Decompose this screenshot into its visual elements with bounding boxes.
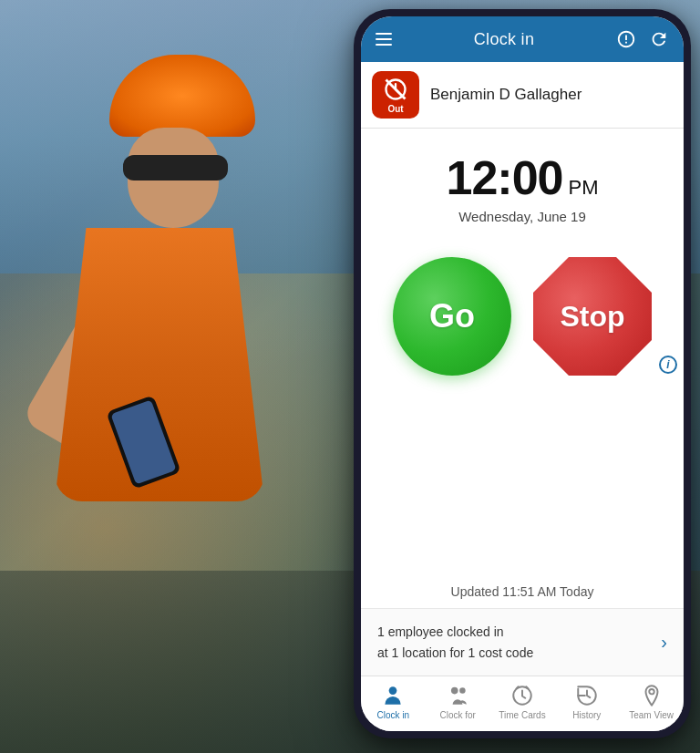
out-label: Out	[387, 104, 403, 114]
profile-row: Out Benjamin D Gallagher	[361, 62, 684, 129]
top-bar: Clock in	[361, 16, 684, 62]
nav-item-team-view[interactable]: Team View	[624, 684, 679, 720]
nav-item-clock-for[interactable]: Clock for	[430, 684, 485, 720]
action-buttons: Go Stop i	[361, 239, 684, 394]
group-icon	[446, 684, 469, 707]
chat-icon[interactable]	[616, 29, 636, 49]
page-title: Clock in	[474, 30, 534, 49]
hamburger-line-2	[376, 38, 392, 40]
nav-label-history: History	[572, 710, 601, 720]
time-display: 12:00 PM	[447, 150, 599, 205]
time-section: 12:00 PM Wednesday, June 19	[361, 129, 684, 239]
map-pin-icon	[640, 684, 664, 707]
stop-button[interactable]: Stop	[533, 257, 652, 376]
time-numbers: 12:00	[447, 150, 563, 205]
bottom-nav: Clock in Clock for Time Car	[361, 676, 684, 731]
sunglasses	[123, 155, 228, 181]
nav-item-history[interactable]: History	[560, 684, 614, 720]
svg-point-4	[459, 687, 466, 694]
svg-point-6	[649, 689, 654, 694]
nav-item-time-cards[interactable]: Time Cards	[495, 684, 550, 720]
info-icon[interactable]: i	[659, 356, 677, 374]
hamburger-menu[interactable]	[376, 33, 392, 46]
date-text: Wednesday, June 19	[458, 209, 586, 224]
timecards-icon	[510, 684, 534, 707]
nav-label-team-view: Team View	[629, 710, 674, 720]
phone-device: Clock in Out	[354, 9, 691, 738]
history-icon	[575, 684, 599, 707]
phone-screen: Clock in Out	[361, 16, 684, 731]
nav-item-clock-in[interactable]: Clock in	[365, 684, 420, 720]
updated-status: Updated 11:51 AM Today	[361, 575, 684, 608]
time-period: PM	[569, 176, 599, 200]
summary-text: 1 employee clocked in at 1 location for …	[377, 622, 533, 663]
go-button[interactable]: Go	[393, 257, 511, 376]
person-icon	[381, 684, 405, 707]
hamburger-line-3	[376, 44, 392, 46]
worker-figure	[0, 0, 337, 753]
employee-name: Benjamin D Gallagher	[430, 86, 582, 104]
clock-out-icon	[383, 77, 408, 102]
refresh-icon[interactable]	[649, 29, 669, 49]
nav-label-clock-in: Clock in	[377, 710, 410, 720]
chevron-right-icon: ›	[661, 632, 667, 653]
svg-point-3	[451, 687, 458, 695]
status-badge: Out	[372, 71, 419, 119]
header-icons	[616, 29, 669, 49]
hamburger-line-1	[376, 33, 392, 35]
nav-label-clock-for: Clock for	[439, 710, 475, 720]
hard-hat	[109, 55, 255, 137]
svg-point-2	[389, 686, 397, 695]
content-spacer	[361, 394, 684, 575]
nav-label-time-cards: Time Cards	[499, 710, 545, 720]
employee-summary-row[interactable]: 1 employee clocked in at 1 location for …	[361, 608, 684, 676]
